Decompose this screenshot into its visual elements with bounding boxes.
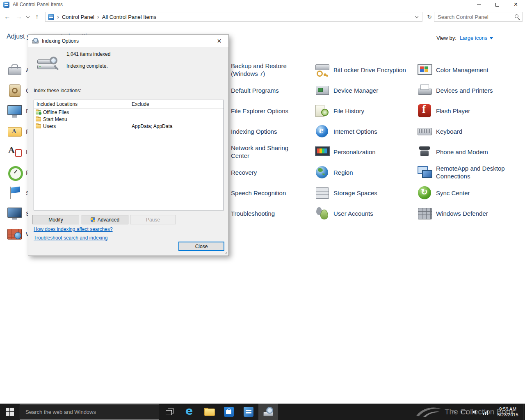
cp-item-devices-printers[interactable]: Devices and Printers [417, 80, 516, 100]
battery-icon[interactable] [461, 409, 468, 415]
watermark-logo-icon [415, 406, 442, 418]
indexing-drive-search-icon [37, 56, 58, 75]
credential-manager-icon [7, 82, 22, 98]
cp-item-windows-defender[interactable]: Windows Defender [417, 203, 516, 224]
cp-item-label: Device Manager [333, 87, 378, 94]
cp-item-device-manager[interactable]: Device Manager [314, 80, 413, 100]
cp-item-label: User Accounts [333, 210, 373, 217]
location-row[interactable]: Offline Files [34, 109, 224, 116]
control-panel-icon [244, 407, 253, 417]
cp-item-label: Network and Sharing Center [231, 144, 304, 160]
indexing-options-dialog: Indexing Options 1,041 items indexed Ind… [28, 34, 229, 256]
cp-item-label: File History [333, 107, 364, 115]
uac-shield-icon [91, 217, 95, 222]
cp-item-keyboard[interactable]: Keyboard [417, 121, 516, 142]
pause-button[interactable]: Pause [130, 215, 176, 224]
dialog-title: Indexing Options [42, 38, 79, 44]
sync-center-icon [417, 185, 432, 201]
windows-firewall-icon [7, 226, 22, 242]
devices-printers-icon [417, 82, 432, 98]
offline-files-icon [36, 110, 41, 114]
start-button[interactable] [0, 404, 20, 420]
cp-item-user-accounts[interactable]: User Accounts [314, 203, 413, 224]
edge-icon [184, 406, 195, 417]
cp-item-label: Sync Center [436, 189, 470, 197]
taskbar-button-file-explorer[interactable] [199, 404, 219, 420]
taskbar-button-store[interactable] [219, 404, 239, 420]
cp-item-label: Speech Recognition [231, 189, 286, 197]
location-name-cell: Users [34, 123, 129, 129]
speaker-icon[interactable] [472, 409, 478, 415]
cp-item-sync-center[interactable]: Sync Center [417, 183, 516, 203]
dialog-close-action-button[interactable]: Close [178, 242, 224, 251]
indexing-options-icon [32, 38, 39, 44]
resize-grip-icon[interactable] [224, 251, 228, 255]
modify-button[interactable]: Modify [32, 215, 79, 224]
location-name: Start Menu [43, 116, 67, 122]
cp-item-file-history[interactable]: File History [314, 100, 413, 121]
taskbar-button-edge[interactable] [180, 404, 199, 420]
cp-item-label: Windows Defender [436, 210, 488, 217]
index-locations-label: Index these locations: [34, 88, 81, 94]
taskbar: The Collection Book 9:59 AM 5/23/2015 [0, 404, 525, 420]
cp-item-label: Storage Spaces [333, 189, 377, 197]
cp-item-label: Color Management [436, 66, 488, 74]
taskbar-button-task-view[interactable] [160, 404, 180, 420]
cp-item-label: Backup and Restore (Windows 7) [231, 62, 304, 78]
hidden-icons-chevron-icon[interactable] [451, 409, 457, 415]
cp-item-storage-spaces[interactable]: Storage Spaces [314, 183, 413, 203]
cp-item-label: File Explorer Options [231, 107, 288, 115]
location-row[interactable]: UsersAppData; AppData [34, 123, 224, 130]
display-icon [7, 103, 22, 119]
fonts-icon [7, 123, 22, 139]
cp-item-phone-modem[interactable]: Phone and Modem [417, 142, 516, 162]
cp-item-remoteapp[interactable]: RemoteApp and Desktop Connections [417, 162, 516, 183]
windows-defender-icon [417, 205, 432, 221]
cp-item-personalization[interactable]: Personalization [314, 142, 413, 162]
location-row[interactable]: Start Menu [34, 116, 224, 123]
dialog-titlebar[interactable]: Indexing Options [28, 35, 228, 47]
indexing-help-link[interactable]: How does indexing affect searches? [34, 226, 113, 232]
cp-item-label: RemoteApp and Desktop Connections [436, 164, 509, 180]
cp-item-label: Devices and Printers [436, 87, 493, 94]
cp-item-flash-player[interactable]: Flash Player [417, 100, 516, 121]
cp-item-label: Keyboard [436, 128, 462, 135]
cp-item-region[interactable]: Region [314, 162, 413, 183]
cp-item-label: Internet Options [333, 128, 377, 135]
taskbar-clock[interactable]: 9:59 AM 5/23/2015 [495, 404, 521, 420]
clock-time: 9:59 AM [499, 406, 516, 412]
windows-logo-icon [6, 408, 14, 416]
taskbar-button-control-panel[interactable] [239, 404, 258, 420]
internet-options-icon [314, 123, 330, 139]
cp-item-color-management[interactable]: Color Management [417, 59, 516, 80]
cp-item-label: Phone and Modem [436, 148, 488, 156]
cp-item-label: Indexing Options [231, 128, 277, 135]
troubleshoot-link[interactable]: Troubleshoot search and indexing [34, 235, 107, 241]
dialog-close-button[interactable] [210, 35, 228, 47]
folder-icon [36, 117, 41, 121]
keyboard-icon [417, 123, 432, 139]
device-manager-icon [314, 82, 330, 98]
security-maintenance-icon [7, 185, 22, 201]
advanced-button[interactable]: Advanced [82, 215, 128, 224]
folder-icon [36, 124, 41, 128]
list-header-row: Included Locations Exclude [34, 100, 224, 109]
exclude-header[interactable]: Exclude [129, 100, 224, 108]
indexing-options-icon [263, 407, 274, 417]
network-icon[interactable] [483, 409, 489, 415]
cp-item-label: Default Programs [231, 87, 279, 94]
cp-item-label: Flash Player [436, 107, 470, 115]
personalization-icon [314, 144, 330, 160]
task-view-icon [166, 409, 174, 415]
remoteapp-icon [417, 164, 432, 180]
show-desktop-button[interactable] [523, 404, 525, 420]
included-locations-header[interactable]: Included Locations [34, 100, 129, 108]
cp-item-internet-options[interactable]: Internet Options [314, 121, 413, 142]
locations-list-body: Offline FilesStart MenuUsersAppData; App… [34, 109, 224, 130]
taskbar-search-input[interactable] [20, 404, 159, 420]
admin-tools-icon [7, 62, 22, 78]
taskbar-button-indexing-options[interactable] [258, 404, 278, 420]
location-name: Offline Files [43, 110, 69, 115]
cp-item-bitlocker[interactable]: BitLocker Drive Encryption [314, 59, 413, 80]
flash-player-icon [417, 103, 432, 119]
